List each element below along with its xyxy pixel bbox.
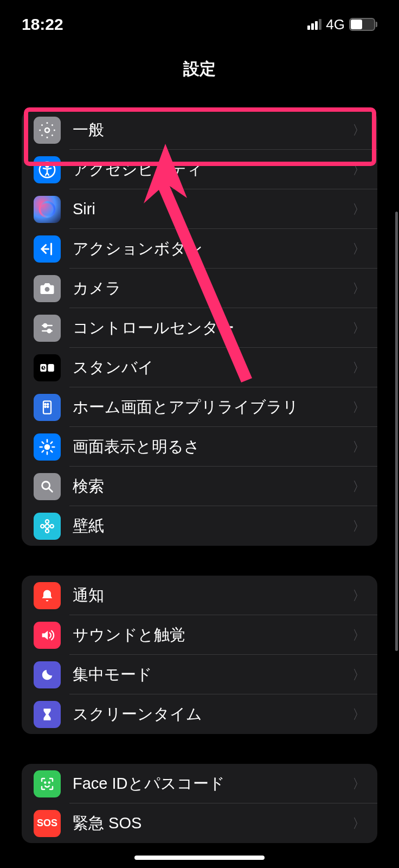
signal-icon <box>307 19 321 30</box>
svg-point-17 <box>45 524 49 528</box>
settings-item-notifications[interactable]: 通知 〉 <box>22 576 377 615</box>
settings-item-home-screen[interactable]: ホーム画面とアプリライブラリ 〉 <box>22 387 377 427</box>
chevron-right-icon: 〉 <box>352 815 365 832</box>
chevron-right-icon: 〉 <box>352 627 365 644</box>
sos-icon: SOS <box>34 810 61 837</box>
settings-item-wallpaper[interactable]: 壁紙 〉 <box>22 506 377 546</box>
settings-item-label: 画面表示と明るさ <box>73 436 352 458</box>
svg-point-14 <box>47 406 48 407</box>
chevron-right-icon: 〉 <box>352 666 365 684</box>
settings-item-focus[interactable]: 集中モード 〉 <box>22 655 377 694</box>
svg-point-5 <box>43 323 47 327</box>
settings-item-control-center[interactable]: コントロールセンター 〉 <box>22 308 377 348</box>
moon-icon <box>34 661 61 688</box>
settings-item-label: アクションボタン <box>73 238 352 260</box>
settings-item-label: 緊急 SOS <box>73 813 352 834</box>
svg-point-4 <box>45 286 50 291</box>
settings-item-siri[interactable]: Siri 〉 <box>22 189 377 229</box>
scroll-indicator[interactable] <box>395 212 398 651</box>
svg-point-21 <box>50 524 54 527</box>
status-bar: 18:22 4G 47 <box>0 0 399 49</box>
svg-point-18 <box>46 520 49 523</box>
status-time: 18:22 <box>22 15 63 34</box>
svg-point-2 <box>46 164 48 167</box>
chevron-right-icon: 〉 <box>352 280 365 297</box>
settings-item-label: 一般 <box>73 119 352 141</box>
standby-icon <box>34 354 61 381</box>
settings-item-label: カメラ <box>73 278 352 299</box>
settings-item-label: コントロールセンター <box>73 317 352 339</box>
svg-point-22 <box>44 782 46 783</box>
settings-item-label: アクセシビリティ <box>73 159 352 181</box>
settings-item-face-id[interactable]: Face IDとパスコード 〉 <box>22 764 377 803</box>
settings-section-3: Face IDとパスコード 〉 SOS 緊急 SOS 〉 <box>22 764 377 843</box>
chevron-right-icon: 〉 <box>352 320 365 337</box>
wallpaper-icon <box>34 513 61 540</box>
settings-item-label: スクリーンタイム <box>73 704 352 725</box>
search-icon <box>34 473 61 500</box>
svg-point-13 <box>44 406 46 407</box>
chevron-right-icon: 〉 <box>352 201 365 218</box>
chevron-right-icon: 〉 <box>352 587 365 604</box>
svg-point-3 <box>40 202 55 216</box>
settings-item-label: Face IDとパスコード <box>73 773 352 795</box>
svg-point-11 <box>44 404 46 405</box>
settings-section-2: 通知 〉 サウンドと触覚 〉 集中モード 〉 スクリーンタイム 〉 <box>22 576 377 734</box>
settings-item-standby[interactable]: スタンバイ 〉 <box>22 348 377 387</box>
svg-rect-8 <box>48 363 54 371</box>
svg-point-15 <box>44 444 50 450</box>
settings-item-label: 通知 <box>73 585 352 607</box>
svg-point-23 <box>49 782 50 783</box>
settings-item-action-button[interactable]: アクションボタン 〉 <box>22 229 377 269</box>
svg-point-12 <box>47 404 48 405</box>
chevron-right-icon: 〉 <box>352 122 365 139</box>
status-indicators: 4G 47 <box>307 16 377 33</box>
settings-item-sos[interactable]: SOS 緊急 SOS 〉 <box>22 803 377 843</box>
settings-item-label: 集中モード <box>73 664 352 686</box>
chevron-right-icon: 〉 <box>352 161 365 178</box>
settings-item-label: Siri <box>73 200 352 218</box>
brightness-icon <box>34 433 61 461</box>
chevron-right-icon: 〉 <box>352 240 365 258</box>
home-indicator[interactable] <box>134 856 265 860</box>
hourglass-icon <box>34 701 61 728</box>
network-type: 4G <box>326 16 345 33</box>
accessibility-icon <box>34 156 61 183</box>
settings-item-sounds[interactable]: サウンドと触覚 〉 <box>22 615 377 655</box>
chevron-right-icon: 〉 <box>352 706 365 723</box>
chevron-right-icon: 〉 <box>352 775 365 793</box>
settings-item-screen-time[interactable]: スクリーンタイム 〉 <box>22 694 377 734</box>
control-center-icon <box>34 315 61 342</box>
settings-item-search[interactable]: 検索 〉 <box>22 467 377 506</box>
settings-item-label: 壁紙 <box>73 515 352 537</box>
speaker-icon <box>34 622 61 649</box>
settings-item-accessibility[interactable]: アクセシビリティ 〉 <box>22 150 377 189</box>
header: 設定 <box>0 49 399 90</box>
settings-item-display[interactable]: 画面表示と明るさ 〉 <box>22 427 377 467</box>
svg-point-6 <box>48 329 51 332</box>
settings-item-label: 検索 <box>73 476 352 497</box>
gear-icon <box>34 117 61 144</box>
siri-icon <box>34 196 61 223</box>
face-id-icon <box>34 770 61 797</box>
home-screen-icon <box>34 394 61 421</box>
chevron-right-icon: 〉 <box>352 478 365 495</box>
settings-item-label: スタンバイ <box>73 357 352 379</box>
chevron-right-icon: 〉 <box>352 518 365 535</box>
settings-item-camera[interactable]: カメラ 〉 <box>22 269 377 308</box>
settings-item-label: ホーム画面とアプリライブラリ <box>73 397 352 418</box>
battery-percentage: 47 <box>357 20 367 29</box>
settings-item-label: サウンドと触覚 <box>73 624 352 646</box>
chevron-right-icon: 〉 <box>352 359 365 376</box>
chevron-right-icon: 〉 <box>352 399 365 416</box>
camera-icon <box>34 275 61 302</box>
settings-item-general[interactable]: 一般 〉 <box>22 110 377 150</box>
settings-content: 一般 〉 アクセシビリティ 〉 Siri 〉 アクションボタン 〉 <box>0 90 399 843</box>
page-title: 設定 <box>183 58 216 80</box>
bell-icon <box>34 582 61 609</box>
svg-point-20 <box>41 524 44 527</box>
svg-point-19 <box>46 529 49 532</box>
svg-point-0 <box>45 128 49 132</box>
action-button-icon <box>34 235 61 263</box>
battery-icon: 47 <box>349 18 377 31</box>
